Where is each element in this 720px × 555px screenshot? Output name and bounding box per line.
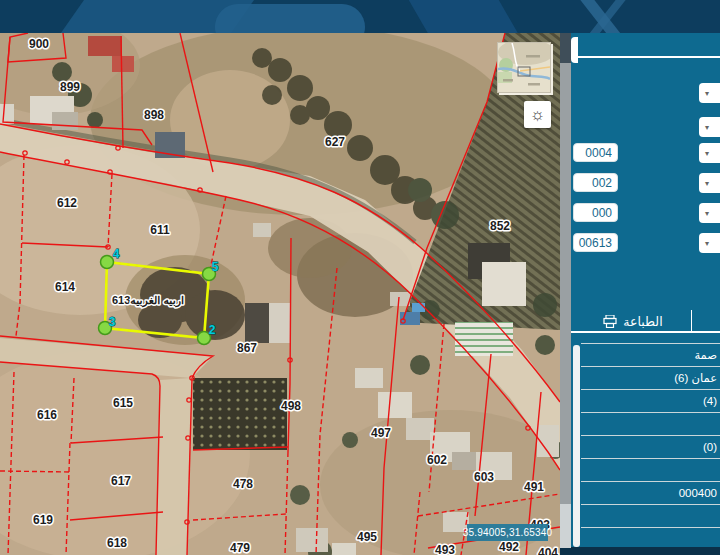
- parcel-label: 404: [538, 546, 558, 555]
- print-tab[interactable]: الطباعة: [575, 310, 691, 332]
- dropdown-field-6[interactable]: ▾: [699, 233, 720, 253]
- chevron-down-icon: ▾: [705, 209, 709, 218]
- vertex-label: 3: [109, 315, 116, 329]
- table-row[interactable]: [581, 527, 720, 550]
- app-window: 4 5 3 2 900 899 898 627 612 611 852 614 …: [0, 0, 720, 555]
- parcel-label: 619: [33, 513, 53, 527]
- parcel-label: 493: [435, 543, 455, 555]
- highlighted-parcel-label: اربيه الغربيه613: [112, 294, 184, 308]
- print-tab-label: الطباعة: [623, 314, 662, 329]
- table-row[interactable]: (4): [581, 389, 720, 412]
- parcel-label: 900: [29, 37, 49, 51]
- parcel-label: 867: [237, 341, 257, 355]
- panel-header-divider: [574, 56, 720, 58]
- overview-map-image: [498, 43, 550, 92]
- overview-map[interactable]: [497, 42, 551, 93]
- map-canvas[interactable]: 4 5 3 2 900 899 898 627 612 611 852 614 …: [0, 33, 560, 555]
- map-svg: 4 5 3 2 900 899 898 627 612 611 852 614 …: [0, 33, 560, 555]
- parcel-label: 614: [55, 280, 75, 294]
- parcel-label: 495: [357, 530, 377, 544]
- parcel-label: 627: [325, 135, 345, 149]
- parcel-label: 615: [113, 396, 133, 410]
- parcel-label: 602: [427, 453, 447, 467]
- sector-number-input[interactable]: [573, 143, 618, 162]
- chevron-down-icon: ▾: [705, 239, 709, 248]
- chevron-down-icon: ▾: [705, 179, 709, 188]
- parcel-label: 618: [107, 536, 127, 550]
- table-row[interactable]: [581, 458, 720, 481]
- parcel-label: 899: [60, 80, 80, 94]
- active-tab-underline: [571, 331, 720, 333]
- parcel-label: 492: [499, 540, 519, 554]
- scrollbar-track-end: [560, 504, 571, 548]
- brightness-tool-button[interactable]: ☼: [524, 101, 551, 128]
- parcel-label: 497: [371, 426, 391, 440]
- scrollbar-thumb[interactable]: [560, 33, 571, 63]
- parcel-label: 617: [111, 474, 131, 488]
- vertex-label: 2: [209, 323, 216, 337]
- parcel-number-input[interactable]: [573, 233, 618, 252]
- dropdown-field-2[interactable]: ▾: [699, 117, 720, 137]
- coordinates-readout: 35.94005,31.65340: [467, 524, 548, 541]
- parcel-label: 478: [233, 477, 253, 491]
- site-banner: [0, 0, 720, 35]
- banner-shape: [215, 4, 365, 35]
- table-row[interactable]: [581, 504, 720, 527]
- vertex-label: 5: [212, 260, 219, 274]
- parcel-label: 603: [474, 470, 494, 484]
- results-scrollbar[interactable]: [573, 345, 580, 547]
- parcel-label: 491: [524, 480, 544, 494]
- dropdown-field-1[interactable]: ▾: [699, 83, 720, 103]
- results-table: صمة عمان (6) (4) (0) 000400: [581, 343, 720, 550]
- parcel-label: 612: [57, 196, 77, 210]
- block-number-input[interactable]: [573, 173, 618, 192]
- parcel-label: 498: [281, 399, 301, 413]
- printer-icon: [603, 315, 617, 328]
- plot-number-input[interactable]: [573, 203, 618, 222]
- dropdown-field-4[interactable]: ▾: [699, 173, 720, 193]
- dropdown-field-3[interactable]: ▾: [699, 143, 720, 163]
- chevron-down-icon: ▾: [705, 89, 709, 98]
- panel-collapse-handle[interactable]: [571, 37, 578, 63]
- vertex-label: 4: [113, 247, 120, 261]
- parcel-label: 479: [230, 541, 250, 555]
- table-row[interactable]: [581, 412, 720, 435]
- search-panel: ▾ ▾ ▾ ▾ ▾ ▾ الطباعة صمة عمان (6) (4) (0): [571, 33, 720, 547]
- parcel-label: 898: [144, 108, 164, 122]
- parcel-label: 852: [490, 219, 510, 233]
- tab-divider: [691, 310, 692, 332]
- chevron-down-icon: ▾: [705, 149, 709, 158]
- table-row[interactable]: صمة: [581, 343, 720, 366]
- table-row[interactable]: 000400: [581, 481, 720, 504]
- chevron-down-icon: ▾: [705, 123, 709, 132]
- table-row[interactable]: عمان (6): [581, 366, 720, 389]
- vertex-handle[interactable]: [101, 256, 114, 269]
- parcel-label: 616: [37, 408, 57, 422]
- dropdown-field-5[interactable]: ▾: [699, 203, 720, 223]
- table-row[interactable]: (0): [581, 435, 720, 458]
- parcel-label: 611: [150, 223, 170, 237]
- page-scrollbar[interactable]: [560, 33, 571, 548]
- sun-icon: ☼: [530, 106, 546, 123]
- banner-shape: [404, 0, 526, 35]
